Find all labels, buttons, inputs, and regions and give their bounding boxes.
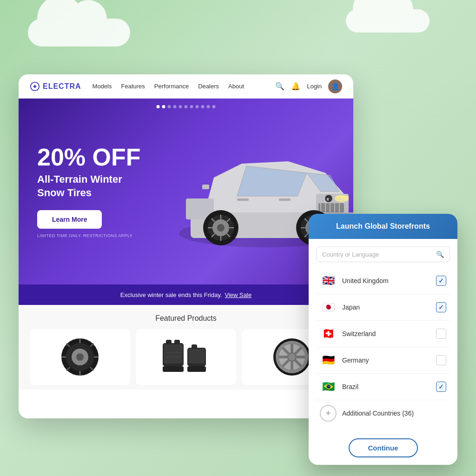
rim-svg [271, 336, 313, 378]
logo-icon [30, 81, 40, 92]
cloud-decoration-left [28, 19, 130, 46]
featured-products: Featured Products [19, 305, 353, 390]
country-name-uk: United Kingdom [342, 277, 430, 284]
search-icon[interactable]: 🔍 [275, 82, 284, 91]
plus-icon: + [320, 405, 337, 422]
bottom-banner-text: Exclusive winter sale ends this Friday. [120, 291, 222, 298]
svg-rect-47 [163, 366, 184, 372]
hero-banner: 20% OFF All-Terrain Winter Snow Tires Le… [19, 99, 353, 284]
products-row [30, 329, 342, 385]
logo[interactable]: ELECTRA [30, 81, 81, 92]
country-item-uk[interactable]: 🇬🇧 United Kingdom ✓ [316, 268, 450, 294]
avatar[interactable]: 👤 [328, 79, 342, 93]
svg-rect-52 [187, 366, 206, 372]
svg-rect-51 [188, 349, 205, 364]
navbar: ELECTRA Models Features Performance Deal… [19, 74, 353, 99]
bell-icon[interactable]: 🔔 [291, 82, 300, 91]
panel-header: Launch Global Storefronts [309, 214, 457, 239]
flag-japan: 🇯🇵 [320, 299, 337, 316]
checkbox-japan[interactable]: ✓ [436, 302, 446, 312]
svg-point-44 [76, 353, 84, 361]
featured-title: Featured Products [30, 314, 342, 323]
svg-rect-38 [202, 185, 209, 189]
svg-rect-53 [192, 344, 197, 349]
tire-svg [59, 336, 101, 378]
svg-point-68 [288, 353, 296, 361]
country-item-japan[interactable]: 🇯🇵 Japan ✓ [316, 294, 450, 321]
learn-more-button[interactable]: Learn More [37, 210, 102, 229]
additional-countries-row[interactable]: + Additional Countries (36) [316, 400, 450, 426]
logo-text: ELECTRA [43, 82, 81, 91]
flag-germany: 🇩🇪 [320, 352, 337, 369]
country-name-brazil: Brazil [342, 383, 430, 390]
hero-fine-print: LIMITED TIME ONLY. RESTRICTIONS APPLY [37, 233, 141, 238]
continue-button[interactable]: Continue [349, 438, 418, 457]
panel-body: Country or Language 🔍 🇬🇧 United Kingdom … [309, 239, 457, 434]
country-item-germany[interactable]: 🇩🇪 Germany [316, 347, 450, 374]
hero-subtitle: All-Terrain Winter Snow Tires [37, 173, 141, 199]
dot-2[interactable] [162, 105, 165, 108]
country-search-row[interactable]: Country or Language 🔍 [316, 246, 450, 262]
checkbox-uk[interactable]: ✓ [436, 276, 446, 286]
country-name-switzerland: Switzerland [342, 330, 430, 337]
browser-window: ELECTRA Models Features Performance Deal… [19, 74, 353, 418]
login-button[interactable]: Login [307, 83, 322, 90]
svg-text:E: E [327, 197, 330, 201]
product-card-tire[interactable] [30, 329, 130, 385]
search-icon-small: 🔍 [436, 251, 444, 258]
country-item-switzerland[interactable]: 🇨🇭 Switzerland [316, 321, 450, 347]
cloud-decoration-right [346, 9, 430, 33]
seats-svg [160, 338, 212, 376]
svg-rect-48 [166, 340, 172, 344]
bottom-banner: Exclusive winter sale ends this Friday. … [19, 284, 353, 305]
svg-rect-46 [164, 344, 183, 364]
nav-links: Models Features Performance Dealers Abou… [93, 83, 276, 90]
panel-footer: Continue [309, 434, 457, 465]
nav-about[interactable]: About [228, 83, 244, 90]
product-card-seats[interactable] [136, 329, 236, 385]
checkbox-germany[interactable] [436, 355, 446, 365]
flag-uk: 🇬🇧 [320, 272, 337, 289]
svg-rect-49 [174, 340, 180, 344]
search-placeholder: Country or Language [322, 251, 432, 258]
svg-rect-4 [318, 203, 344, 212]
svg-point-10 [335, 195, 349, 202]
country-list: 🇬🇧 United Kingdom ✓ 🇯🇵 Japan ✓ 🇨🇭 Switze… [316, 268, 450, 426]
nav-features[interactable]: Features [121, 83, 145, 90]
dot-1[interactable] [157, 105, 160, 108]
hero-discount: 20% OFF [37, 145, 141, 169]
flag-switzerland: 🇨🇭 [320, 325, 337, 342]
flag-brazil: 🇧🇷 [320, 378, 337, 395]
hero-content: 20% OFF All-Terrain Winter Snow Tires Le… [19, 126, 159, 256]
country-name-japan: Japan [342, 304, 430, 311]
svg-point-17 [217, 224, 225, 231]
country-name-germany: Germany [342, 357, 430, 364]
nav-models[interactable]: Models [93, 83, 112, 90]
nav-performance[interactable]: Performance [154, 83, 189, 90]
nav-dealers[interactable]: Dealers [198, 83, 219, 90]
checkbox-switzerland[interactable] [436, 329, 446, 339]
view-sale-link[interactable]: View Sale [225, 291, 252, 298]
nav-right: 🔍 🔔 Login 👤 [275, 79, 342, 93]
additional-countries-label: Additional Countries (36) [342, 410, 414, 417]
svg-rect-39 [237, 198, 249, 201]
country-item-brazil[interactable]: 🇧🇷 Brazil ✓ [316, 374, 450, 400]
checkbox-brazil[interactable]: ✓ [436, 382, 446, 392]
svg-rect-40 [279, 198, 291, 201]
global-panel: Launch Global Storefronts Country or Lan… [309, 214, 457, 465]
